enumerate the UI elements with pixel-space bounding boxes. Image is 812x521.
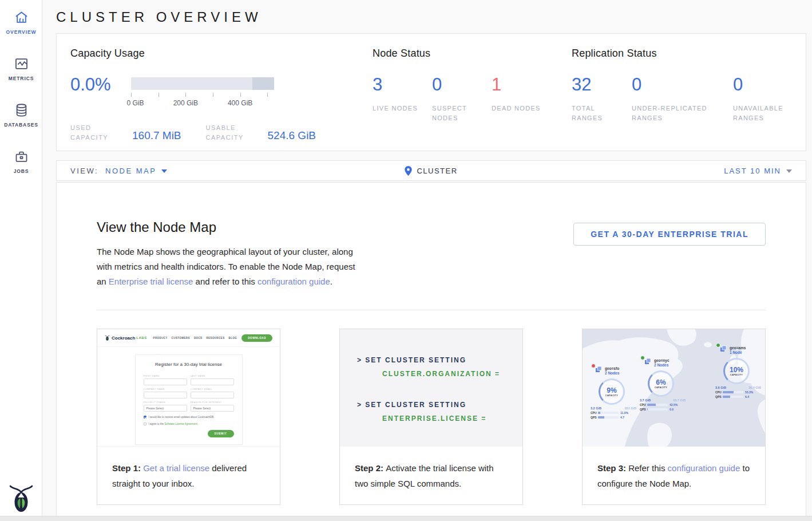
- capacity-used: 3.2 GiB: [591, 406, 601, 410]
- node-map-panel: View the Node Map The Node Map shows the…: [56, 182, 806, 518]
- configuration-guide-link[interactable]: configuration guide: [258, 277, 330, 286]
- node-status-title: Node Status: [373, 48, 572, 60]
- nodes-cube-icon: [644, 358, 652, 365]
- dead-nodes-label: DEAD NODES: [492, 104, 543, 113]
- capacity-used: 3.7 GiB: [640, 398, 651, 402]
- sidebar-item-label: METRICS: [9, 76, 34, 81]
- locality-widget-ams: geo=ams 1 Node 10% CAPACITY 3.6 GiB 36.4…: [715, 345, 765, 398]
- capacity-ring: 9% CAPACITY: [599, 378, 625, 405]
- sidebar-item-databases[interactable]: DATABASES: [0, 93, 42, 139]
- page-title: CLUSTER OVERVIEW: [56, 9, 806, 25]
- sidebar-item-metrics[interactable]: METRICS: [0, 46, 42, 93]
- replication-status-title: Replication Status: [572, 48, 812, 60]
- capacity-total: 36.4 GiB: [748, 386, 761, 389]
- capacity-ring: 10% CAPACITY: [723, 358, 750, 384]
- configuration-guide-link[interactable]: configuration guide: [668, 463, 740, 473]
- unavailable-ranges-stat: 0 UNAVAILABLE RANGES: [733, 76, 812, 123]
- mini-checkbox-label: I would like to receive email updates ab…: [149, 416, 215, 419]
- sql-setting-line: CLUSTER.ORGANIZATION =: [382, 367, 522, 381]
- axis-label: 400 GiB: [228, 99, 252, 107]
- unavailable-ranges-value: 0: [733, 76, 812, 93]
- database-icon: [14, 102, 29, 118]
- capacity-bar-reserved-segment: [252, 77, 274, 90]
- view-mode-dropdown[interactable]: NODE MAP: [105, 167, 167, 175]
- node-status-section: Node Status 3 LIVE NODES 0 SUSPECT NODES…: [373, 48, 572, 151]
- qps-label: QPS: [715, 395, 723, 398]
- locality-node-count: 1 Node: [730, 350, 746, 355]
- mini-nav-link: CUSTOMERS: [172, 337, 190, 340]
- mini-site-navbar: Cockroach LABS PRODUCT CUSTOMERS DOCS RE…: [97, 329, 280, 346]
- enterprise-trial-license-link[interactable]: Enterprise trial license: [109, 277, 193, 286]
- mini-text-input: [144, 378, 187, 385]
- qps-bar: [598, 416, 619, 419]
- section-divider: [97, 310, 766, 310]
- tick-mark: [159, 93, 159, 97]
- time-range-dropdown[interactable]: LAST 10 MIN: [724, 167, 792, 175]
- qps-value: 6.4: [745, 395, 749, 398]
- locality-name: geo=ams: [730, 346, 746, 350]
- mini-field-label: LAST NAME: [191, 374, 234, 377]
- mini-text-input: [191, 392, 234, 398]
- cpu-value: 53.3%: [745, 390, 753, 394]
- mini-checkbox-text: I agree to the: [149, 423, 165, 425]
- page-bottom-gutter: [0, 516, 812, 521]
- locality-widget-nyc: geo=nyc 2 Nodes 6% CAPACITY 3.7 GiB 43.7…: [640, 358, 689, 411]
- locality-breadcrumb[interactable]: CLUSTER: [405, 166, 457, 176]
- mini-text-input: [191, 378, 234, 385]
- sql-command: > SET CLUSTER SETTING ENTERPRISE.LICENSE…: [357, 398, 522, 425]
- mini-checkbox-row: I agree to the Software License Agreemen…: [144, 423, 234, 425]
- tick-mark: [213, 93, 213, 97]
- capacity-bar-track: [131, 77, 274, 90]
- step-2-card: > SET CLUSTER SETTING CLUSTER.ORGANIZATI…: [339, 329, 523, 505]
- mini-nav-link: PRODUCT: [153, 337, 168, 340]
- mini-nav-link: DOCS: [194, 337, 203, 340]
- enterprise-trial-button[interactable]: GET A 30-DAY ENTERPRISE TRIAL: [573, 223, 766, 246]
- node-map-intro: View the Node Map The Node Map shows the…: [97, 219, 367, 289]
- sidebar-item-label: JOBS: [14, 168, 29, 174]
- cpu-value: 42.5%: [670, 403, 678, 406]
- capacity-bar-ticks: [131, 93, 274, 97]
- mini-field-label: PROJECT PHASE: [144, 401, 187, 404]
- locality-name: geo=sfo: [605, 366, 619, 371]
- node-map-description: The Node Map shows the geographical layo…: [97, 244, 367, 289]
- capacity-caption: CAPACITY: [730, 374, 743, 376]
- get-trial-license-link[interactable]: Get a trial license: [143, 463, 209, 473]
- cpu-bar: [723, 391, 743, 393]
- total-ranges-stat: 32 TOTAL RANGES: [572, 76, 632, 123]
- cpu-label: CPU: [591, 411, 598, 415]
- nodes-cube-icon: [720, 345, 727, 353]
- sql-prompt-line: > SET CLUSTER SETTING: [357, 353, 522, 367]
- mini-site-nav-links: PRODUCT CUSTOMERS DOCS RESOURCES BLOG DO…: [149, 334, 272, 342]
- sidebar-item-overview[interactable]: OVERVIEW: [0, 0, 42, 46]
- view-label: VIEW:: [70, 167, 98, 175]
- step-1-caption: Step 1: Get a trial license delivered st…: [97, 447, 280, 491]
- live-nodes-label: LIVE NODES: [373, 104, 424, 113]
- cpu-bar: [598, 412, 619, 414]
- total-ranges-label: TOTAL RANGES: [572, 104, 623, 123]
- mini-field-label: FIRST NAME: [144, 374, 187, 377]
- mini-form-title: Register for a 30-day trial license: [144, 362, 234, 367]
- step-2-caption: Step 2: Activate the trial license with …: [340, 447, 522, 491]
- mini-checkbox-row: I would like to receive email updates ab…: [144, 416, 234, 419]
- usable-capacity-value: 524.6 GiB: [268, 129, 316, 143]
- usable-capacity-label: USABLE CAPACITY: [206, 123, 260, 143]
- used-capacity-label: USED CAPACITY: [70, 123, 125, 143]
- step-label: Step 3:: [597, 463, 628, 473]
- capacity-ring: 6% CAPACITY: [648, 370, 674, 397]
- locality-label: CLUSTER: [417, 167, 457, 175]
- locality-node-count: 2 Nodes: [605, 371, 619, 376]
- metrics-chart-icon: [14, 56, 29, 72]
- view-toolbar: VIEW: NODE MAP CLUSTER LAST 10 MIN: [56, 160, 806, 181]
- dead-nodes-stat: 1 DEAD NODES: [492, 76, 551, 123]
- cockroachdb-logo: [0, 484, 42, 514]
- tick-mark: [131, 93, 132, 97]
- mini-nav-link: BLOG: [229, 337, 237, 340]
- sidebar-item-label: OVERVIEW: [6, 29, 37, 35]
- cpu-bar: [647, 404, 668, 406]
- capacity-percent: 10%: [730, 366, 743, 373]
- land-africa: [758, 399, 765, 435]
- sidebar-item-jobs[interactable]: JOBS: [0, 139, 42, 185]
- capacity-usage-title: Capacity Usage: [70, 48, 373, 60]
- capacity-caption: CAPACITY: [605, 394, 618, 397]
- mini-checkbox-unchecked: [144, 423, 146, 425]
